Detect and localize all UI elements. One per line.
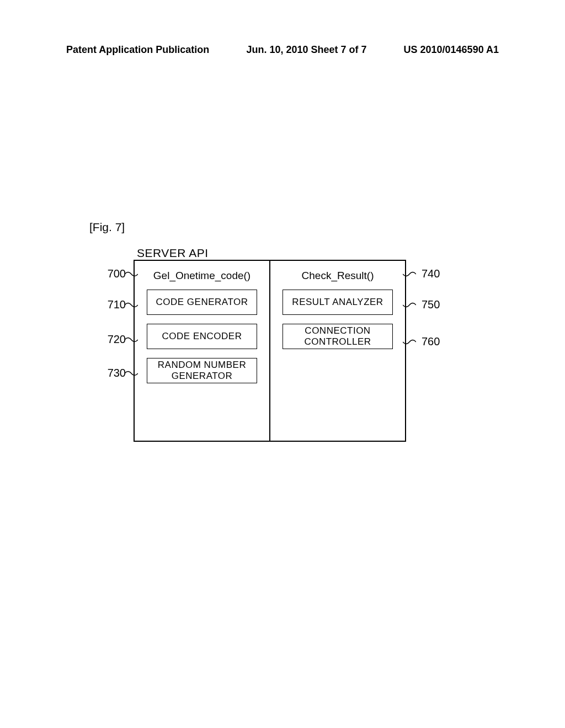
left-column: Gel_Onetime_code() CODE GENERATOR CODE E…: [135, 261, 270, 441]
header-left: Patent Application Publication: [66, 44, 209, 56]
box-code-generator: CODE GENERATOR: [147, 290, 257, 315]
api-left-label: Gel_Onetime_code(): [153, 266, 250, 290]
leader-720: [125, 336, 138, 344]
box-connection-controller: CONNECTION CONTROLLER: [282, 324, 393, 349]
leader-730: [125, 370, 138, 377]
header-right: US 2010/0146590 A1: [404, 44, 499, 56]
ref-750: 750: [422, 298, 440, 311]
header-center: Jun. 10, 2010 Sheet 7 of 7: [246, 44, 366, 56]
ref-740: 740: [422, 267, 440, 280]
right-column: Check_Result() RESULT ANALYZER CONNECTIO…: [270, 261, 405, 441]
page-header: Patent Application Publication Jun. 10, …: [66, 44, 499, 56]
ref-730: 730: [98, 367, 126, 379]
ref-720: 720: [98, 333, 126, 346]
ref-700: 700: [98, 267, 126, 280]
ref-710: 710: [98, 298, 126, 311]
server-api-title: SERVER API: [137, 247, 209, 260]
leader-750: [403, 301, 416, 309]
diagram-container: Gel_Onetime_code() CODE GENERATOR CODE E…: [134, 260, 406, 442]
leader-760: [403, 338, 416, 346]
leader-700: [125, 270, 138, 278]
box-result-analyzer: RESULT ANALYZER: [282, 290, 393, 315]
box-code-encoder: CODE ENCODER: [147, 324, 257, 349]
ref-760: 760: [422, 335, 440, 348]
api-right-label: Check_Result(): [302, 266, 374, 290]
leader-710: [125, 301, 138, 309]
leader-740: [403, 270, 416, 278]
figure-label: [Fig. 7]: [89, 221, 125, 234]
box-random-number-generator: RANDOM NUMBER GENERATOR: [147, 358, 257, 383]
